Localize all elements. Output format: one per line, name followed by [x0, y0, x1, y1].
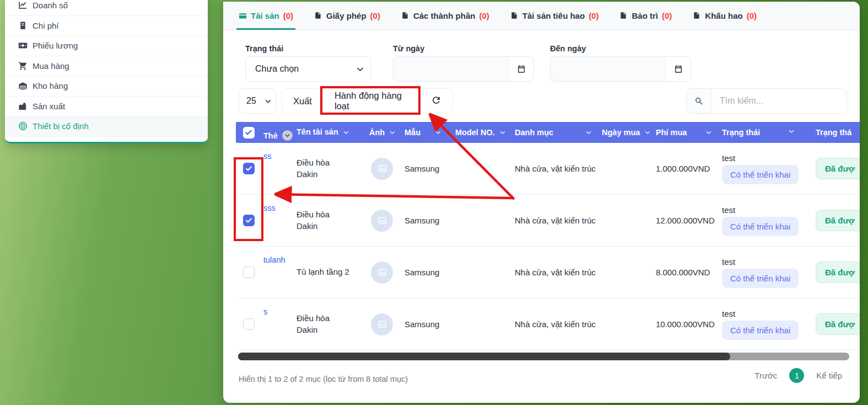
chevron-down-icon: [585, 129, 592, 136]
money-bill-icon: [18, 41, 28, 50]
search-box: [686, 88, 847, 114]
check-icon: [245, 165, 252, 172]
status-badge: Có thể triển khai: [722, 269, 799, 288]
table-actions-group: Xuất Hành động hàng loạt: [282, 88, 453, 114]
sidebar-item-san-xuat[interactable]: Sản xuất: [5, 97, 208, 117]
tab-khau-hao[interactable]: Khấu hao (0): [693, 2, 757, 30]
column-header-anh[interactable]: Ảnh: [362, 128, 402, 137]
asset-tag-link[interactable]: sss: [263, 204, 276, 212]
asset-category: Nhà cửa, vật kiến trúc: [513, 216, 600, 225]
image-icon: [378, 268, 387, 277]
chevron-down-icon: [705, 129, 712, 136]
calendar-icon[interactable]: [508, 57, 533, 81]
asset-price: 8.000.000VND: [654, 268, 720, 277]
desktop: { "sidebar": { "items": [ { "label": "Do…: [0, 0, 868, 405]
search-input[interactable]: [712, 89, 847, 113]
column-header-phi-mua[interactable]: Phí mua: [654, 128, 720, 137]
tab-cac-thanh-phan[interactable]: Các thành phần (0): [401, 2, 489, 30]
export-button[interactable]: Xuất: [282, 89, 323, 113]
column-header-ten-tai-san[interactable]: Tên tài sản: [294, 127, 362, 138]
tab-label: Bảo trì: [632, 11, 658, 20]
prev-page-button[interactable]: Trước: [754, 371, 777, 380]
sidebar-item-phieu-luong[interactable]: Phiếu lương: [5, 36, 208, 56]
sidebar-item-label: Kho hàng: [33, 81, 68, 90]
cart-icon: [18, 61, 28, 71]
sidebar-item-label: Thiết bị cố định: [33, 121, 89, 131]
check-icon: [245, 129, 252, 136]
sidebar-item-mua-hang[interactable]: Mua hàng: [5, 56, 208, 77]
row-checkbox[interactable]: [243, 267, 255, 278]
row-checkbox[interactable]: [243, 215, 255, 226]
row-checkbox[interactable]: [243, 163, 255, 174]
next-page-button[interactable]: Kế tiếp: [816, 371, 842, 380]
chevron-down-icon: [389, 129, 396, 136]
tab-tai-san[interactable]: Tài sản (0): [239, 2, 293, 30]
column-header-trang-thai-2[interactable]: Trạng thá: [802, 128, 860, 137]
asset-tag-link[interactable]: s: [263, 307, 267, 316]
tab-tai-san-tieu-hao[interactable]: Tài sản tiêu hao (0): [510, 2, 599, 30]
assets-table: Thẻ Tên tài sản Ảnh Mẫu: [236, 122, 860, 350]
bullseye-icon: [18, 121, 28, 131]
asset-tag-link[interactable]: ss: [263, 152, 272, 161]
asset-name: Điều hòa Dakin: [294, 209, 362, 232]
refresh-button[interactable]: [419, 89, 452, 113]
search-icon: [687, 89, 712, 113]
asset-name: Điều hòa Dakin: [294, 157, 362, 180]
bulk-actions-button[interactable]: Hành động hàng loạt: [323, 89, 419, 113]
chevron-down-icon: [435, 129, 441, 136]
row-checkbox[interactable]: [243, 318, 255, 330]
current-page-button[interactable]: 1: [789, 368, 804, 383]
column-header-model-no[interactable]: Model NO.: [453, 128, 513, 137]
chart-line-icon: [18, 1, 28, 10]
page-size-select[interactable]: 25: [239, 88, 276, 114]
tab-label: Giấy phép: [326, 11, 366, 20]
sidebar-item-label: Chi phí: [33, 21, 59, 30]
tab-bao-tri[interactable]: Bảo trì (0): [619, 2, 672, 30]
column-header-trang-thai[interactable]: Trạng thái: [720, 128, 802, 137]
column-header-the[interactable]: Thẻ: [261, 122, 294, 141]
column-header-mau[interactable]: Mẫu: [402, 128, 453, 137]
table-row: tulanh Tủ lạnh tầng 2 Samsung Nhà cửa, v…: [236, 247, 860, 299]
asset-name: Tủ lạnh tầng 2: [294, 267, 362, 278]
image-icon: [378, 164, 387, 173]
warehouse-icon: [18, 81, 28, 90]
horizontal-scrollbar-thumb[interactable]: [238, 353, 730, 360]
file-icon: [693, 12, 701, 20]
column-header-danh-muc[interactable]: Danh mục: [513, 128, 600, 137]
sidebar-item-chi-phi[interactable]: Chi phí: [5, 16, 208, 36]
tab-count: (0): [479, 11, 489, 20]
chevron-down-icon: [349, 65, 370, 73]
status-note: test: [722, 205, 735, 215]
check-icon: [245, 217, 252, 224]
table-row: sss Điều hòa Dakin Samsung Nhà cửa, vật …: [236, 195, 860, 247]
tab-count: (0): [283, 11, 293, 20]
chevron-down-icon: [644, 129, 651, 136]
sidebar-item-thiet-bi-co-dinh[interactable]: Thiết bị cố định: [5, 116, 208, 137]
sidebar-item-doanh-so[interactable]: Doanh số: [5, 0, 208, 16]
tab-giay-phep[interactable]: Giấy phép (0): [314, 2, 380, 30]
file-icon: [510, 12, 519, 20]
select-all-checkbox[interactable]: [236, 127, 261, 138]
results-summary: Hiển thị 1 to 2 of 2 mục (lọc từ from 8 …: [239, 375, 408, 383]
status-note: test: [722, 309, 735, 318]
module-tabs: Tài sản (0) Giấy phép (0) Các thành phần…: [223, 2, 860, 30]
status-filter-select[interactable]: Chưa chọn: [245, 56, 371, 82]
tab-count: (0): [370, 11, 380, 20]
from-date-input[interactable]: [393, 56, 534, 82]
file-icon: [401, 12, 409, 20]
pagination: Trước 1 Kế tiếp: [754, 368, 842, 383]
chevron-down-icon[interactable]: [282, 130, 293, 141]
calendar-icon[interactable]: [665, 57, 691, 81]
asset-brand: Samsung: [402, 216, 453, 225]
asset-price: 10.000.000VND: [654, 319, 720, 329]
status-note: test: [722, 257, 735, 267]
asset-image-placeholder: [371, 158, 393, 180]
tab-label: Khấu hao: [705, 11, 742, 20]
column-header-ngay-mua[interactable]: Ngày mua: [600, 128, 654, 137]
to-date-input[interactable]: [550, 56, 691, 82]
asset-tag-link[interactable]: tulanh: [263, 255, 285, 264]
sidebar-item-kho-hang[interactable]: Kho hàng: [5, 76, 208, 97]
to-date-label: Đến ngày: [550, 44, 586, 53]
receipt-icon: [18, 21, 28, 30]
horizontal-scrollbar-track[interactable]: [238, 353, 849, 360]
